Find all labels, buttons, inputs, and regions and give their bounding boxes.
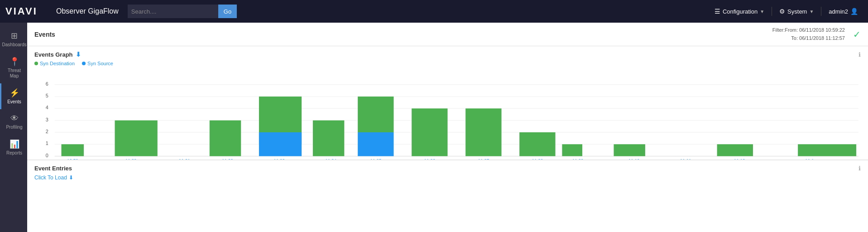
svg-text:0: 0 <box>46 153 48 158</box>
events-graph-section: Events Graph ⬇ ℹ Syn Destination Syn Sou… <box>27 46 868 160</box>
sidebar: ⊞ Dashboards 📍 Threat Map ⚡ Events 👁 Pro… <box>0 23 27 232</box>
graph-download-icon[interactable]: ⬇ <box>76 51 81 58</box>
logo-text: VIAVI <box>5 5 38 17</box>
events-header: Events Filter:From: 06/11/2018 10:59:22 … <box>27 23 868 46</box>
threat-map-icon: 📍 <box>10 57 19 67</box>
syn-source-dot <box>82 62 86 65</box>
click-to-load-button[interactable]: Click To Load ⬇ <box>34 174 861 181</box>
filter-from: Filter:From: 06/11/2018 10:59:22 <box>772 26 845 34</box>
svg-text:11:07: 11:07 <box>478 159 489 160</box>
bar-1109-dest <box>562 145 582 156</box>
legend-syn-source-label: Syn Source <box>87 61 113 66</box>
user-button[interactable]: admin2 👤 <box>824 5 863 18</box>
main-layout: ⊞ Dashboards 📍 Threat Map ⚡ Events 👁 Pro… <box>0 23 868 232</box>
events-icon: ⚡ <box>10 88 19 98</box>
bar-1104-dest <box>313 121 344 156</box>
filter-to: To: 06/11/2018 11:12:57 <box>772 34 845 43</box>
system-button[interactable]: ⚙ System ▼ <box>775 5 818 18</box>
event-entries-section: Event Entries ℹ Click To Load ⬇ <box>27 160 868 185</box>
svg-text:11:10: 11:10 <box>628 159 640 160</box>
sidebar-item-profiling[interactable]: 👁 Profiling <box>0 109 27 135</box>
bar-1100-dest <box>115 121 158 156</box>
svg-text:6: 6 <box>46 81 48 87</box>
nav-divider-2 <box>821 7 821 16</box>
bar-1105-dest <box>358 97 393 132</box>
topnav-right: ☰ Configuration ▼ ⚙ System ▼ admin2 👤 <box>710 5 863 18</box>
system-gear-icon: ⚙ <box>779 8 785 15</box>
svg-text:11:00: 11:00 <box>125 159 137 160</box>
bar-1110-dest <box>614 145 645 156</box>
sidebar-item-profiling-label: Profiling <box>6 125 22 130</box>
entries-title: Event Entries <box>34 165 72 172</box>
click-to-load-label: Click To Load <box>34 174 67 181</box>
chart-legend: Syn Destination Syn Source <box>34 61 861 66</box>
svg-text:10:59: 10:59 <box>67 159 78 160</box>
nav-divider <box>772 7 772 16</box>
sidebar-item-events[interactable]: ⚡ Events <box>0 83 27 109</box>
svg-text:11:02: 11:02 <box>222 159 233 160</box>
svg-text:11:12: 11:12 <box>734 159 745 160</box>
bar-1107-dest <box>465 109 501 156</box>
click-to-load-icon: ⬇ <box>69 174 73 181</box>
sidebar-item-dashboards[interactable]: ⊞ Dashboards <box>0 26 27 52</box>
legend-syn-source[interactable]: Syn Source <box>82 61 113 66</box>
svg-text:11:06: 11:06 <box>424 159 435 160</box>
configuration-label: Configuration <box>723 8 758 15</box>
system-label: System <box>787 8 807 15</box>
reports-icon: 📊 <box>10 139 19 149</box>
bar-1106-dest <box>412 109 447 156</box>
main-content: Events Filter:From: 06/11/2018 10:59:22 … <box>27 23 868 232</box>
svg-text:11:01: 11:01 <box>179 159 190 160</box>
bar-1108-dest <box>519 132 555 156</box>
profiling-icon: 👁 <box>10 114 19 123</box>
configuration-button[interactable]: ☰ Configuration ▼ <box>710 5 769 18</box>
topnav: VIAVI Observer GigaFlow Go ☰ Configurati… <box>0 0 868 23</box>
filter-check-icon[interactable]: ✓ <box>853 29 861 40</box>
svg-text:11:09: 11:09 <box>572 159 584 160</box>
svg-text:11:03: 11:03 <box>273 159 285 160</box>
logo: VIAVI <box>5 5 51 17</box>
legend-syn-destination[interactable]: Syn Destination <box>34 61 75 66</box>
events-title: Events <box>34 31 55 38</box>
sidebar-item-threat-map-label: Threat Map <box>3 68 25 79</box>
svg-text:11:04: 11:04 <box>325 159 336 160</box>
sidebar-item-reports[interactable]: 📊 Reports <box>0 135 27 160</box>
search-button[interactable]: Go <box>218 5 237 18</box>
bar-1103-source <box>259 132 302 156</box>
sidebar-item-events-label: Events <box>7 99 21 105</box>
bar-1059-dest <box>62 145 84 156</box>
dashboards-icon: ⊞ <box>11 31 18 41</box>
sidebar-item-dashboards-label: Dashboards <box>2 42 27 48</box>
bar-1113-dest <box>798 145 856 156</box>
user-avatar-icon: 👤 <box>850 8 858 15</box>
svg-text:1: 1 <box>46 140 48 146</box>
bar-1102-dest <box>210 121 241 156</box>
search-form: Go <box>128 5 237 18</box>
svg-text:11:08: 11:08 <box>532 159 543 160</box>
svg-text:11:05: 11:05 <box>370 159 381 160</box>
filter-info: Filter:From: 06/11/2018 10:59:22 To: 06/… <box>772 26 845 42</box>
graph-title: Events Graph ⬇ <box>34 51 81 58</box>
graph-info-icon[interactable]: ℹ <box>858 51 861 58</box>
user-label: admin2 <box>829 8 848 15</box>
bar-1112-dest <box>717 145 753 156</box>
configuration-icon: ☰ <box>715 8 720 15</box>
sidebar-item-threat-map[interactable]: 📍 Threat Map <box>0 52 27 83</box>
entries-info-icon[interactable]: ℹ <box>858 165 861 172</box>
svg-text:3: 3 <box>46 117 48 122</box>
entries-header: Event Entries ℹ <box>34 165 861 172</box>
graph-title-text: Events Graph <box>34 51 73 58</box>
filter-area: Filter:From: 06/11/2018 10:59:22 To: 06/… <box>772 26 861 42</box>
svg-text:5: 5 <box>46 93 48 98</box>
search-input[interactable] <box>128 5 218 18</box>
system-arrow-icon: ▼ <box>809 9 814 14</box>
legend-syn-destination-label: Syn Destination <box>40 61 75 66</box>
svg-text:4: 4 <box>46 105 48 110</box>
graph-title-row: Events Graph ⬇ ℹ <box>34 51 861 58</box>
chart-svg: 0 1 2 3 4 5 6 <box>34 69 861 160</box>
svg-text:11:11: 11:11 <box>680 159 691 160</box>
bar-chart: 0 1 2 3 4 5 6 <box>34 69 861 160</box>
app-title: Observer GigaFlow <box>56 7 119 15</box>
svg-text:11:1...: 11:1... <box>805 159 818 160</box>
sidebar-item-reports-label: Reports <box>6 150 22 156</box>
